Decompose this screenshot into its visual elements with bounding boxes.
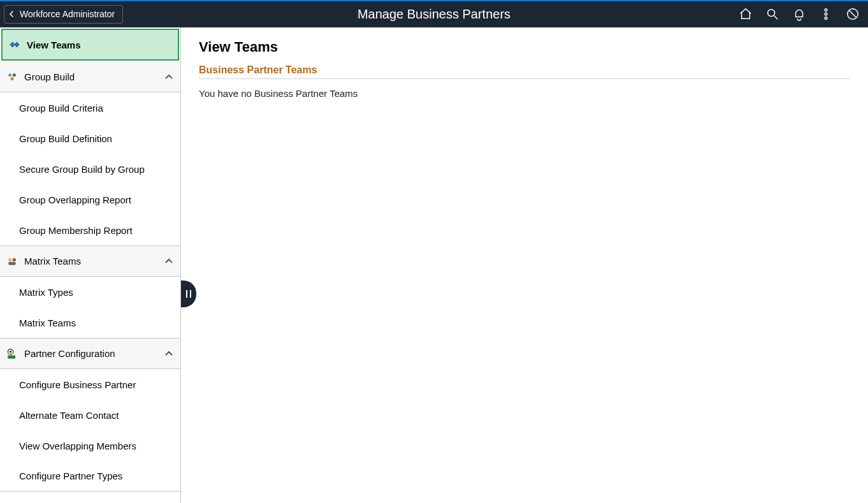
app-header: Workforce Administrator Manage Business … xyxy=(0,0,868,27)
svg-point-1 xyxy=(825,9,827,11)
accessibility-button[interactable] xyxy=(844,5,862,23)
search-icon xyxy=(765,7,779,21)
sidebar-item-view-teams[interactable]: View Teams xyxy=(1,29,179,61)
svg-point-5 xyxy=(8,73,11,77)
team-icon xyxy=(5,254,19,268)
kebab-icon xyxy=(819,7,833,21)
svg-point-6 xyxy=(13,73,16,77)
accessibility-icon xyxy=(846,7,860,21)
svg-point-9 xyxy=(13,258,16,261)
sidebar-group-label: Group Build xyxy=(24,71,75,82)
sidebar-item-label: Group Build Definition xyxy=(19,133,112,144)
sidebar-item-label: View Teams xyxy=(27,40,81,50)
section-title: Business Partner Teams xyxy=(199,64,850,79)
sidebar-item-group-build-criteria[interactable]: Group Build Criteria xyxy=(0,92,180,123)
sidebar-item-label: Configure Business Partner xyxy=(19,379,136,390)
sidebar-item-configure-business-partner[interactable]: Configure Business Partner xyxy=(0,369,180,400)
sidebar-group-group-build-items: Group Build Criteria Group Build Definit… xyxy=(0,92,180,246)
sidebar-item-label: Group Overlapping Report xyxy=(19,194,131,205)
sidebar-item-matrix-teams[interactable]: Matrix Teams xyxy=(0,307,180,338)
people-group-icon xyxy=(5,70,19,84)
notifications-button[interactable] xyxy=(790,5,808,23)
body-wrap: View Teams Group Build Group Build Crite… xyxy=(0,27,868,503)
svg-point-12 xyxy=(10,351,11,353)
sidebar-group-label: Partner Configuration xyxy=(24,348,115,359)
sidebar-group-group-build[interactable]: Group Build xyxy=(0,62,180,92)
sidebar-group-partner-configuration[interactable]: Partner Configuration xyxy=(0,339,180,369)
gear-building-icon xyxy=(5,347,19,361)
sidebar-item-label: Configure Partner Types xyxy=(19,470,122,481)
back-button-label: Workforce Administrator xyxy=(20,9,115,19)
home-icon xyxy=(739,7,753,21)
home-button[interactable] xyxy=(737,5,755,23)
svg-rect-13 xyxy=(8,355,15,358)
sidebar-item-label: Secure Group Build by Group xyxy=(19,164,145,175)
svg-point-7 xyxy=(11,77,14,80)
sidebar-item-matrix-types[interactable]: Matrix Types xyxy=(0,277,180,307)
more-actions-button[interactable] xyxy=(817,5,835,23)
page-title: View Teams xyxy=(199,39,850,55)
main-content: View Teams Business Partner Teams You ha… xyxy=(181,27,868,503)
handshake-icon xyxy=(8,38,22,52)
sidebar-item-alternate-team-contact[interactable]: Alternate Team Contact xyxy=(0,400,180,430)
chevron-left-icon xyxy=(8,10,16,18)
chevron-up-icon xyxy=(164,72,174,82)
sidebar-item-label: Matrix Teams xyxy=(19,317,76,328)
svg-rect-10 xyxy=(8,261,16,265)
sidebar-group-partner-configuration-items: Configure Business Partner Alternate Tea… xyxy=(0,369,180,492)
empty-state-message: You have no Business Partner Teams xyxy=(199,88,850,99)
sidebar-item-label: View Overlapping Members xyxy=(19,441,136,451)
back-button[interactable]: Workforce Administrator xyxy=(4,5,123,24)
sidebar-group-label: Matrix Teams xyxy=(24,256,81,266)
chevron-up-icon xyxy=(164,256,174,266)
sidebar-group-matrix-teams[interactable]: Matrix Teams xyxy=(0,246,180,277)
sidebar-item-group-build-definition[interactable]: Group Build Definition xyxy=(0,123,180,154)
sidebar: View Teams Group Build Group Build Crite… xyxy=(0,27,181,503)
svg-point-8 xyxy=(8,258,11,261)
svg-point-2 xyxy=(825,13,827,15)
sidebar-item-secure-group-build[interactable]: Secure Group Build by Group xyxy=(0,154,180,184)
sidebar-item-label: Group Build Criteria xyxy=(19,103,103,113)
sidebar-item-group-overlapping-report[interactable]: Group Overlapping Report xyxy=(0,184,180,215)
sidebar-item-label: Alternate Team Contact xyxy=(19,410,119,421)
header-action-icons xyxy=(737,5,868,23)
sidebar-item-group-membership-report[interactable]: Group Membership Report xyxy=(0,215,180,245)
bell-icon xyxy=(792,7,806,21)
pause-bars-icon xyxy=(185,289,192,299)
sidebar-group-matrix-teams-items: Matrix Types Matrix Teams xyxy=(0,277,180,339)
sidebar-item-view-overlapping-members[interactable]: View Overlapping Members xyxy=(0,430,180,461)
sidebar-item-label: Matrix Types xyxy=(19,287,73,298)
chevron-up-icon xyxy=(164,349,174,359)
svg-point-0 xyxy=(768,10,775,17)
sidebar-item-configure-partner-types[interactable]: Configure Partner Types xyxy=(0,461,180,492)
search-button[interactable] xyxy=(763,5,781,23)
svg-point-3 xyxy=(825,17,827,20)
sidebar-item-label: Group Membership Report xyxy=(19,225,133,236)
